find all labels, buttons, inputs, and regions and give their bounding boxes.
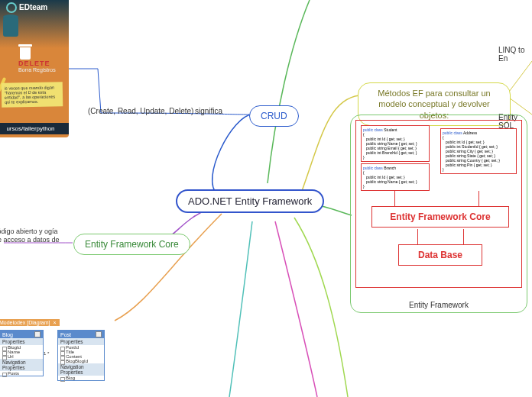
arrow-icon — [463, 229, 464, 244]
db-box: Data Base — [398, 244, 482, 266]
arrow-icon — [394, 191, 395, 206]
efc-description: código abierto y ogía de acceso a datos … — [0, 228, 66, 244]
mf-blog-panel: Blog Properties BlogId Name Url Navigati… — [0, 330, 44, 376]
edteam-logo: EDteam — [6, 2, 47, 13]
delete-subtitle: Borra Registros — [18, 67, 56, 73]
efc-label: Entity Framework Core — [85, 239, 179, 250]
crud-node[interactable]: CRUD — [249, 105, 299, 127]
arrow-icon — [417, 229, 418, 244]
modelfirst-thumbnail[interactable]: Modelodex [Diagram]× Blog Properties Blo… — [0, 319, 130, 395]
arrow-icon — [478, 191, 479, 206]
mf-post-panel: Post Properties PostId Title Content Blo… — [57, 330, 105, 381]
ef-diagram-caption: Entity Framework — [351, 301, 527, 309]
crud-expansion: (Create, Read, Update, Delete) — [88, 107, 193, 115]
mf-relation: 1 * — [44, 351, 49, 356]
efc-box: Entity Framework Core — [371, 206, 509, 228]
class-student: public class public class StudentStudent… — [361, 125, 430, 162]
ef-diagram-inner: public class public class StudentStudent… — [355, 120, 522, 288]
crud-label: CRUD — [261, 111, 287, 121]
center-title: ADO.NET Entity Framework — [188, 195, 312, 207]
database-icon — [3, 17, 18, 37]
efc-node[interactable]: Entity Framework Core — [73, 234, 190, 255]
trash-icon — [20, 47, 31, 60]
delete-label: DELETE — [18, 60, 50, 67]
class-address: public class Address { public int Id { g… — [440, 128, 517, 174]
ef-diagram-node[interactable]: public class public class StudentStudent… — [350, 115, 527, 313]
edteam-link: ursos/tallerpython — [0, 123, 69, 134]
linq-label: LINQ to En — [498, 46, 532, 63]
mf-tab: Modelodex [Diagram]× — [0, 319, 60, 326]
crud-meaning: significa — [195, 107, 222, 115]
edteam-thumbnail: EDteam DELETE Borra Registros is veces q… — [0, 0, 69, 137]
sticky-note: is veces que cuando digan "haremos el D … — [2, 82, 63, 108]
center-node[interactable]: ADO.NET Entity Framework — [176, 189, 324, 213]
class-branch: public class Branch { public int Id { ge… — [361, 163, 430, 191]
